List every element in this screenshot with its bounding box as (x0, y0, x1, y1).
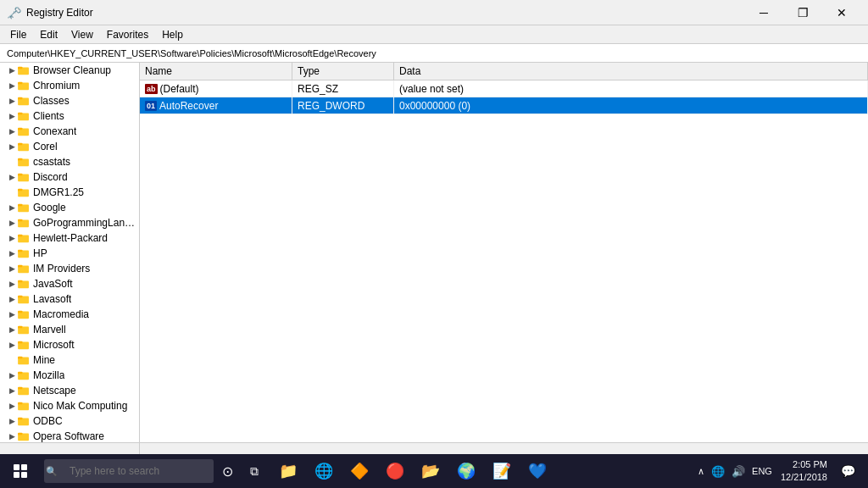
tree-arrow: ▶ (7, 112, 17, 120)
tree-arrow: ▶ (7, 417, 17, 425)
tree-item-netscape[interactable]: ▶ Netscape (0, 383, 139, 398)
taskbar-app-folder[interactable]: 📂 (414, 454, 448, 488)
tree-item-label: JavaSoft (33, 278, 73, 290)
tree-item-microsoft[interactable]: ▶ Microsoft (0, 337, 139, 352)
taskbar-app-file-explorer[interactable]: 📁 (271, 454, 305, 488)
svg-rect-2 (18, 67, 22, 69)
svg-rect-11 (18, 113, 22, 115)
tree-item-macromedia[interactable]: ▶ Macromedia (0, 307, 139, 322)
tree-item-label: Lavasoft (33, 293, 71, 305)
svg-rect-41 (18, 265, 22, 268)
tray-icons: ∧ 🌐 🔊 ENG (696, 463, 774, 480)
tray-chevron[interactable]: ∧ (696, 464, 706, 479)
taskbar-app-chrome[interactable]: 🌍 (449, 454, 483, 488)
folder-icon (17, 293, 31, 305)
time-display[interactable]: 2:05 PM 12/21/2018 (777, 458, 831, 485)
svg-rect-47 (18, 296, 22, 298)
folder-icon (17, 324, 31, 336)
tree-arrow: ▶ (7, 371, 17, 380)
folder-icon (17, 247, 31, 259)
address-path: Computer\HKEY_CURRENT_USER\Software\Poli… (3, 47, 380, 59)
tree-item-google[interactable]: ▶ Google (0, 200, 139, 215)
tree-item-browser-cleanup[interactable]: ▶ Browser Cleanup (0, 63, 139, 78)
folder-icon (17, 369, 31, 381)
close-button[interactable]: ✕ (822, 0, 861, 25)
tree-item-label: csastats (33, 156, 70, 168)
tree-item-odbc[interactable]: ▶ ODBC (0, 413, 139, 429)
tree-item-label: GoProgrammingLangua... (33, 217, 139, 229)
start-button[interactable] (3, 454, 37, 488)
tree-item-corel[interactable]: ▶ Corel (0, 139, 139, 154)
tree-item-label: Discord (33, 171, 68, 183)
notification-button[interactable]: 💬 (834, 454, 861, 488)
tree-item-discord[interactable]: ▶ Discord (0, 169, 139, 185)
tree-item-goprog[interactable]: ▶ GoProgrammingLangua... (0, 215, 139, 230)
minimize-button[interactable]: ─ (744, 0, 783, 25)
taskbar-app-opera[interactable]: 🔴 (378, 454, 412, 488)
menu-item-favorites[interactable]: Favorites (100, 27, 155, 42)
task-view-button[interactable]: ⧉ (241, 454, 268, 488)
tree-item-clients[interactable]: ▶ Clients (0, 108, 139, 124)
maximize-button[interactable]: ❐ (783, 0, 822, 25)
tree-arrow: ▶ (7, 219, 17, 227)
tree-item-csastats[interactable]: csastats (0, 154, 139, 169)
value-name: 01 AutoRecover (140, 97, 292, 114)
tree-item-mine[interactable]: Mine (0, 352, 139, 368)
svg-rect-17 (18, 143, 22, 146)
taskbar-app-word[interactable]: 📝 (485, 454, 519, 488)
tree-item-label: Browser Cleanup (33, 64, 111, 76)
folder-icon (17, 125, 31, 137)
tree-item-label: ODBC (33, 415, 63, 427)
taskbar-app-vscode[interactable]: 💙 (520, 454, 554, 488)
tree-item-chromium[interactable]: ▶ Chromium (0, 78, 139, 93)
tree-arrow: ▶ (7, 203, 17, 212)
tree-item-im-providers[interactable]: ▶ IM Providers (0, 261, 139, 276)
tree-item-label: Chromium (33, 80, 80, 92)
tree-item-javasoft[interactable]: ▶ JavaSoft (0, 276, 139, 291)
taskbar-app-edge[interactable]: 🌐 (307, 454, 341, 488)
tree-item-hewlett[interactable]: ▶ Hewlett-Packard (0, 230, 139, 246)
tree-item-nico-computing[interactable]: ▶ Nico Mak Computing (0, 398, 139, 413)
folder-icon (17, 95, 31, 107)
tray-network[interactable]: 🌐 (709, 463, 726, 480)
menu-item-view[interactable]: View (64, 27, 100, 42)
values-panel[interactable]: Name Type Data ab (Default) REG_SZ (valu… (140, 63, 868, 442)
tree-item-conexant[interactable]: ▶ Conexant (0, 124, 139, 139)
tree-item-dmgr125[interactable]: DMGR1.25 (0, 185, 139, 200)
tree-item-mozilla[interactable]: ▶ Mozilla (0, 368, 139, 383)
tray-language[interactable]: ENG (750, 464, 774, 478)
value-row-autorecover[interactable]: 01 AutoRecover REG_DWORD 0x00000000 (0) (140, 97, 868, 114)
value-data: 0x00000000 (0) (394, 97, 868, 114)
folder-icon (17, 202, 31, 214)
menu-item-file[interactable]: File (3, 27, 33, 42)
value-row-default[interactable]: ab (Default) REG_SZ (value not set) (140, 80, 868, 97)
taskbar-app-vlc[interactable]: 🔶 (342, 454, 376, 488)
menu-item-help[interactable]: Help (155, 27, 190, 42)
title-bar-title: Registry Editor (26, 7, 93, 19)
tree-item-classes[interactable]: ▶ Classes (0, 93, 139, 108)
folder-icon (17, 186, 31, 198)
svg-rect-29 (18, 204, 22, 207)
folder-icon (17, 110, 31, 122)
svg-rect-50 (18, 311, 22, 313)
tray-volume[interactable]: 🔊 (730, 463, 747, 480)
string-icon: ab (145, 84, 158, 94)
tree-item-lavasoft[interactable]: ▶ Lavasoft (0, 291, 139, 307)
folder-icon (17, 232, 31, 244)
tree-item-label: Conexant (33, 125, 76, 137)
tree-item-label: DMGR1.25 (33, 186, 84, 198)
tree-arrow: ▶ (7, 66, 17, 75)
svg-rect-74 (18, 433, 22, 435)
svg-rect-5 (18, 82, 22, 85)
value-type: REG_SZ (292, 80, 394, 97)
tree-item-label: Google (33, 202, 66, 214)
tree-item-marvell[interactable]: ▶ Marvell (0, 322, 139, 337)
tree-item-hp[interactable]: ▶ HP (0, 246, 139, 261)
tree-item-label: Classes (33, 95, 70, 107)
tree-arrow: ▶ (7, 280, 17, 288)
search-input[interactable] (44, 459, 214, 483)
cortana-button[interactable]: ⊙ (214, 454, 241, 488)
tree-item-opera-software[interactable]: ▶ Opera Software (0, 429, 139, 442)
tree-panel[interactable]: ▶ Browser Cleanup ▶ Chromium ▶ (0, 63, 140, 442)
menu-item-edit[interactable]: Edit (33, 27, 64, 42)
